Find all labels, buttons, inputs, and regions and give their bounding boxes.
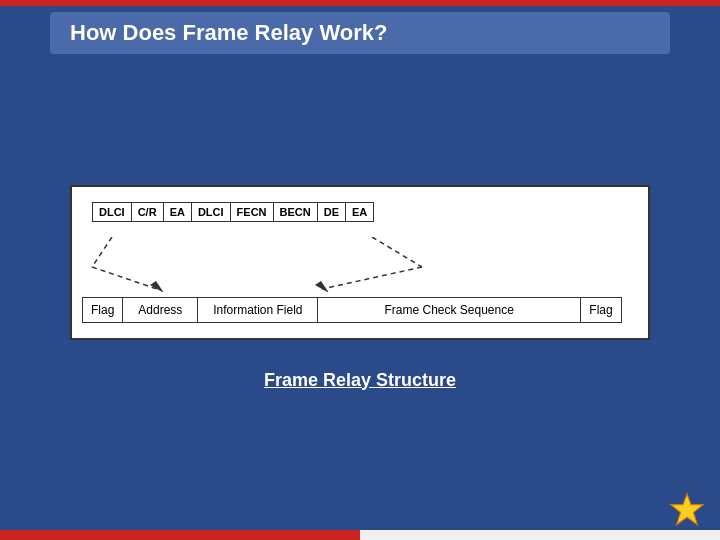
page-title: How Does Frame Relay Work?	[70, 20, 650, 46]
arrow-area	[82, 237, 622, 292]
bits-row: DLCI C/R EA DLCI FECN BECN DE EA	[92, 202, 374, 222]
svg-line-0	[92, 237, 112, 267]
frame-address: Address	[123, 298, 198, 322]
bits-header-row: DLCI C/R EA DLCI FECN BECN DE EA	[92, 202, 638, 237]
frame-flag1: Flag	[83, 298, 123, 322]
diagram-caption: Frame Relay Structure	[264, 370, 456, 391]
arrows-svg	[82, 237, 622, 292]
svg-line-3	[372, 237, 422, 267]
svg-marker-6	[671, 494, 703, 525]
star-decoration	[669, 492, 705, 528]
svg-marker-2	[150, 281, 164, 292]
title-bar: How Does Frame Relay Work?	[50, 12, 670, 54]
bit-ea2: EA	[346, 203, 373, 221]
svg-marker-5	[315, 281, 329, 292]
svg-line-4	[322, 267, 422, 289]
main-content: DLCI C/R EA DLCI FECN BECN DE EA	[50, 65, 670, 510]
bit-dlci2: DLCI	[192, 203, 231, 221]
bottom-bar	[0, 530, 720, 540]
bit-ea1: EA	[164, 203, 192, 221]
top-bar	[0, 0, 720, 6]
frame-check-sequence: Frame Check Sequence	[318, 298, 581, 322]
bit-de: DE	[318, 203, 346, 221]
bit-dlci1: DLCI	[93, 203, 132, 221]
svg-line-1	[92, 267, 157, 289]
bit-cr: C/R	[132, 203, 164, 221]
frame-structure-row: Flag Address Information Field Frame Che…	[82, 297, 622, 323]
frame-information-field: Information Field	[198, 298, 318, 322]
frame-relay-diagram: DLCI C/R EA DLCI FECN BECN DE EA	[70, 185, 650, 340]
frame-flag2: Flag	[581, 298, 621, 322]
bit-becn: BECN	[274, 203, 318, 221]
bit-fecn: FECN	[231, 203, 274, 221]
